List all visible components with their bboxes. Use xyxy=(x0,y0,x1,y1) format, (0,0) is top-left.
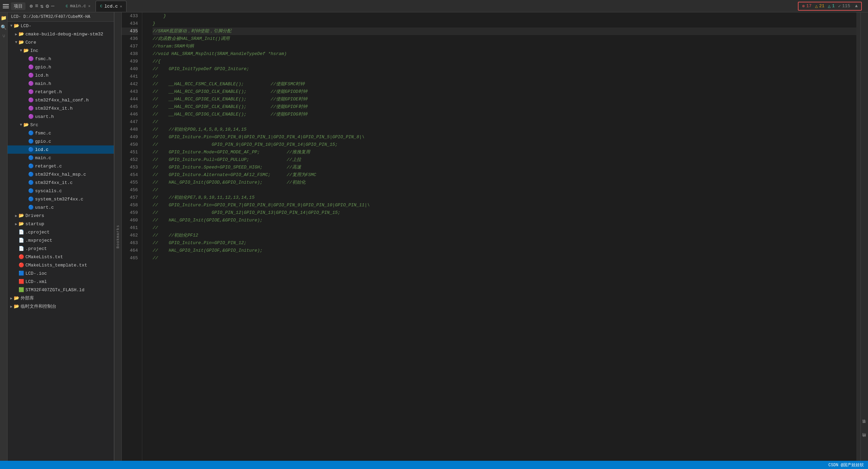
vertical-scrollbar[interactable] xyxy=(856,12,860,461)
toolbar-icon-4[interactable]: ⚙ xyxy=(46,3,49,10)
line-number: 462 xyxy=(122,232,138,239)
sidebar-item[interactable]: ▶📂startup xyxy=(8,220,114,228)
tab-close-lcd-c[interactable]: ✕ xyxy=(120,4,122,9)
code-line: // HAL_GPIO_Init(GPIOF,&GPIO_Initure); xyxy=(153,247,856,254)
sidebar-item[interactable]: 🟣usart.h xyxy=(8,112,114,121)
diagnostics-collapse-icon[interactable]: ▲ xyxy=(855,3,858,9)
tree-item-icon: 🟣 xyxy=(28,64,34,70)
diagnostics-panel[interactable]: ⊗ 17 △ 21 △ 1 ✓ 115 ▲ xyxy=(798,2,862,11)
tree-item-icon: 🟣 xyxy=(28,97,34,103)
tree-arrow-icon[interactable]: ▼ xyxy=(19,48,23,53)
activity-search-icon[interactable]: 🔍 xyxy=(1,24,7,30)
code-line: // GPIO_Initure.Pin=GPIO_PIN_12; xyxy=(153,239,856,247)
tree-arrow-icon[interactable]: ▶ xyxy=(9,296,14,301)
line-number: 454 xyxy=(122,171,138,179)
code-content[interactable]: }}//SRAM底层驱动，时钟使能，引脚分配//此函数会被HAL_SRAM_In… xyxy=(149,12,856,461)
sidebar-item[interactable]: 🔴CMakeLists_template.txt xyxy=(8,261,114,269)
line-number: 436 xyxy=(122,35,138,43)
tree-arrow-icon[interactable]: ▼ xyxy=(19,123,23,127)
toolbar-icon-5[interactable]: — xyxy=(51,3,55,9)
code-line: // xyxy=(153,73,856,80)
tab-main-c[interactable]: C main.c ✕ xyxy=(61,1,95,12)
sidebar-item[interactable]: 🟣retarget.h xyxy=(8,88,114,96)
sidebar-item[interactable]: 🔵stm32f4xx_it.c xyxy=(8,178,114,187)
line-number: 444 xyxy=(122,96,138,103)
code-line: // __HAL_RCC_GPIOD_CLK_ENABLE(); //使能GPI… xyxy=(153,88,856,96)
tree-item-label: usart.h xyxy=(35,114,54,119)
editor-area: 4334344354364374384394404414424434444454… xyxy=(122,12,860,461)
toolbar-icon-1[interactable]: ⊕ xyxy=(30,3,33,10)
tree-arrow-icon[interactable]: ▶ xyxy=(9,304,14,309)
line-numbers: 4334344354364374384394404414424434444454… xyxy=(122,12,142,461)
sidebar-item[interactable]: 🟣lcd.h xyxy=(8,71,114,79)
sidebar-item[interactable]: 🟣main.h xyxy=(8,79,114,88)
tree-arrow-icon[interactable]: ▶ xyxy=(14,222,19,226)
check-icon: ✓ xyxy=(838,3,841,9)
code-line: // GPIO_Initure.Pin=GPIO_PIN_0|GPIO_PIN_… xyxy=(153,133,856,141)
tree-item-label: main.c xyxy=(35,155,51,161)
sidebar-item[interactable]: 🟣stm32f4xx_it.h xyxy=(8,104,114,112)
sidebar-item[interactable]: 🔵gpio.c xyxy=(8,137,114,145)
sidebar-item[interactable]: 🟩STM32F407ZGTx_FLASH.ld xyxy=(8,286,114,294)
sidebar-item[interactable]: 📄.project xyxy=(8,244,114,253)
gutter xyxy=(142,12,149,461)
tree-item-icon: 🔵 xyxy=(28,147,34,152)
line-number: 463 xyxy=(122,239,138,247)
tree-item-icon: 🟣 xyxy=(28,73,34,78)
code-line: // //初始化PE7,8,9,10,11,12,13,14,15 xyxy=(153,194,856,201)
sidebar-item[interactable]: 🔵main.c xyxy=(8,154,114,162)
toolbar-icon-3[interactable]: ⇅ xyxy=(40,3,44,10)
tree-arrow-icon[interactable]: ▼ xyxy=(9,24,14,28)
sidebar-item[interactable]: ▼📂LCD- xyxy=(8,22,114,30)
activity-git-icon[interactable]: ⑂ xyxy=(2,34,5,39)
tree-arrow-icon[interactable]: ▶ xyxy=(14,32,19,36)
sidebar-item[interactable]: ▼📂Inc xyxy=(8,46,114,55)
sidebar-item[interactable]: 🔵stm32f4xx_hal_msp.c xyxy=(8,170,114,178)
sidebar-item[interactable]: 🟥LCD-.xml xyxy=(8,277,114,286)
sidebar-item[interactable]: ▼📂Src xyxy=(8,121,114,129)
sidebar-item[interactable]: 🔵fsmc.c xyxy=(8,129,114,137)
sidebar-item[interactable]: 📄.cproject xyxy=(8,228,114,236)
tree-item-icon: 📂 xyxy=(23,48,29,53)
tab-lcd-c[interactable]: C lcd.c ✕ xyxy=(96,1,127,12)
code-line: } xyxy=(153,20,856,28)
status-right: CSDN @国产娃娃软 xyxy=(828,462,864,468)
code-line: // HAL_GPIO_Init(GPIOD,&GPIO_Initure); /… xyxy=(153,179,856,186)
tree-item-label: .cproject xyxy=(25,230,50,235)
sidebar-item[interactable]: ▼📂Core xyxy=(8,38,114,46)
tree-item-icon: 🟦 xyxy=(19,271,24,276)
sidebar-item[interactable]: 🟣fsmc.h xyxy=(8,55,114,63)
tree-item-label: lcd.h xyxy=(35,73,48,78)
tree-item-label: stm32f4xx_it.h xyxy=(35,106,73,111)
sidebar-item[interactable]: ▶📂cmake-build-debug-mingw-stm32 xyxy=(8,30,114,38)
code-line: //hsram:SRAM句柄 xyxy=(153,43,856,50)
sidebar-item[interactable]: 🔵retarget.c xyxy=(8,162,114,170)
sidebar-item[interactable]: 🔴CMakeLists.txt xyxy=(8,253,114,261)
code-line: // xyxy=(153,224,856,232)
activity-files-icon[interactable]: 📁 xyxy=(1,15,7,21)
sidebar-item[interactable]: ▶📂外部库 xyxy=(8,294,114,302)
sidebar-item[interactable]: 🟦LCD-.ioc xyxy=(8,269,114,277)
sidebar-item[interactable]: 🔵lcd.c xyxy=(8,145,114,154)
tab-label-lcd-c: C xyxy=(100,4,102,8)
sidebar-item[interactable]: 🔵syscalls.c xyxy=(8,187,114,195)
sidebar-item[interactable]: 🔵system_stm32f4xx.c xyxy=(8,195,114,203)
toolbar-left: 项目 ⊕ ≡ ⇅ ⚙ — xyxy=(3,2,54,10)
line-number: 441 xyxy=(122,73,138,80)
tree-arrow-icon[interactable]: ▶ xyxy=(14,214,19,218)
line-number: 445 xyxy=(122,103,138,111)
sidebar-item[interactable]: 🟣gpio.h xyxy=(8,63,114,71)
sidebar: LCD- D:/Job/STM32/F407/CubeMX-HA ▼📂LCD-▶… xyxy=(8,12,114,461)
tree-item-icon: 🟣 xyxy=(28,114,34,119)
toolbar-icon-2[interactable]: ≡ xyxy=(35,3,39,9)
tab-close-main-c[interactable]: ✕ xyxy=(88,4,91,8)
sidebar-item[interactable]: ▶📂临时文件和控制台 xyxy=(8,302,114,310)
project-label[interactable]: 项目 xyxy=(11,2,25,10)
sidebar-item[interactable]: 🟣stm32f4xx_hal_conf.h xyxy=(8,96,114,104)
bookmarks-label: Bookmarks xyxy=(116,225,120,248)
sidebar-item[interactable]: 📄.mxproject xyxy=(8,236,114,244)
menu-icon[interactable] xyxy=(3,3,9,9)
tree-arrow-icon[interactable]: ▼ xyxy=(14,40,19,44)
sidebar-item[interactable]: ▶📂Drivers xyxy=(8,211,114,220)
sidebar-item[interactable]: 🔵usart.c xyxy=(8,203,114,211)
